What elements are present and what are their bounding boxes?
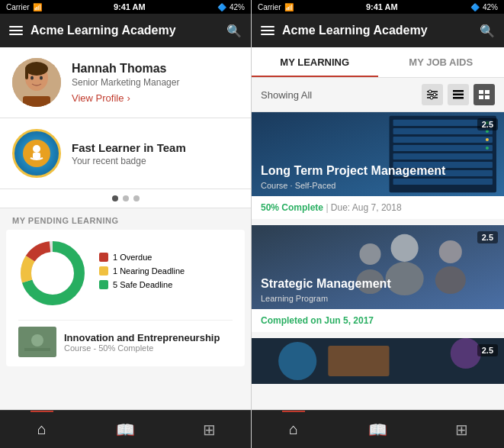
card-image-2: 2.5 [252,338,504,384]
badge-info: Fast Learner in Team Your recent badge [72,141,239,166]
nearing-label: 1 Nearing Deadline [113,266,185,276]
card-title-1: Strategic Management [261,277,495,291]
pending-course-item[interactable]: Innovation and Entrepreneurship Course -… [18,320,233,357]
menu-button-right[interactable] [261,26,274,35]
nav-learn-right[interactable]: 📖 [335,411,419,448]
svg-rect-37 [393,153,493,160]
nearing-dot [99,266,108,276]
svg-point-47 [391,234,419,262]
header-left: Acme Learning Academy 🔍 [0,14,251,47]
safe-dot [99,280,108,289]
svg-rect-24 [453,94,464,96]
pending-course-name: Innovation and Entrepreneurship [64,332,220,343]
svg-point-22 [430,96,433,99]
svg-point-15 [31,334,43,346]
svg-rect-23 [453,90,464,92]
bottom-nav-left: ⌂ 📖 ⊞ [0,410,251,448]
svg-rect-4 [25,69,28,79]
dot-1[interactable] [112,195,118,201]
bluetooth-icon-right: 🔷 [470,3,480,11]
overdue-dot [99,253,108,262]
book-icon-right: 📖 [368,421,387,439]
svg-rect-35 [393,137,493,143]
nav-grid-left[interactable]: ⊞ [167,411,251,448]
svg-rect-36 [393,145,493,151]
nav-home-right[interactable]: ⌂ [252,411,335,448]
badge-title: Fast Learner in Team [72,141,239,154]
svg-rect-7 [23,96,50,107]
donut-chart [18,239,87,308]
card-status-0: 50% Complete | Due: Aug 7, 2018 [252,196,504,219]
pending-course-info: Innovation and Entrepreneurship Course -… [64,332,220,353]
grid-icon-right: ⊞ [455,421,468,439]
card-badge-1: 2.5 [477,231,498,243]
overdue-label: 1 Overdue [113,253,152,262]
chart-area: 1 Overdue 1 Nearing Deadline 5 Safe Dead… [18,239,233,314]
app-title-right: Acme Learning Academy [282,24,472,37]
legend-safe: 5 Safe Deadline [99,280,185,289]
svg-rect-26 [479,90,483,94]
menu-button-left[interactable] [9,26,23,35]
avatar [12,58,61,107]
card-type-0: Course · Self-Paced [261,181,335,190]
legend-nearing: 1 Nearing Deadline [99,266,185,276]
filter-bar: Showing All [252,78,504,112]
right-panel: Carrier 📶 9:41 AM 🔷 42% Acme Learning Ac… [252,0,504,448]
pending-section: MY PENDING LEARNING [0,208,251,410]
badge-section: Fast Learner in Team Your recent badge [0,118,251,189]
tabs-bar: MY LEARNING MY JOB AIDS [252,47,504,78]
wifi-icon-right: 📶 [284,3,294,11]
grid-icon-left: ⊞ [203,421,216,439]
svg-rect-9 [33,153,40,159]
svg-rect-16 [24,348,50,351]
svg-rect-56 [328,346,389,376]
filter-adjust-button[interactable] [422,84,443,105]
tab-my-learning[interactable]: MY LEARNING [252,47,378,77]
status-bar-right: Carrier 📶 9:41 AM 🔷 42% [252,0,504,14]
left-panel: Carrier 📶 9:41 AM 🔷 42% Acme Learning Ac… [0,0,252,448]
course-card-0[interactable]: 2.5 Long Term Project Management Course … [252,112,504,219]
course-card-2[interactable]: 2.5 [252,338,504,384]
badge-subtitle: Your recent badge [72,156,239,166]
bluetooth-icon: 🔷 [217,3,226,11]
search-button-left[interactable]: 🔍 [226,24,242,38]
app-title-left: Acme Learning Academy [30,24,219,37]
card-image-0: 2.5 Long Term Project Management Course … [252,112,504,196]
pending-course-meta: Course - 50% Complete [64,343,220,353]
home-icon-right: ⌂ [289,421,298,438]
svg-rect-40 [393,179,493,185]
filter-icons [422,84,495,105]
svg-point-44 [486,147,489,150]
grid-view-button[interactable] [474,84,495,105]
course-card-1[interactable]: 2.5 Strategic Management Learning Progra… [252,225,504,332]
profile-info: Hannah Thomas Senior Marketing Manager V… [72,62,239,104]
svg-point-6 [40,76,43,80]
svg-point-54 [278,342,316,380]
time-right: 9:41 AM [366,2,398,11]
nav-learn-left[interactable]: 📖 [84,411,168,448]
list-view-button[interactable] [448,84,469,105]
pending-card: 1 Overdue 1 Nearing Deadline 5 Safe Dead… [6,230,245,366]
tab-my-job-aids[interactable]: MY JOB AIDS [378,47,505,77]
card-badge-0: 2.5 [477,118,498,131]
book-icon-left: 📖 [116,421,135,439]
dot-2[interactable] [123,195,129,201]
card-image-1: 2.5 Strategic Management Learning Progra… [252,225,504,309]
carrier-left: Carrier [6,3,30,11]
svg-rect-27 [485,90,490,94]
dot-3[interactable] [133,195,140,201]
svg-point-51 [359,243,380,265]
nav-home-left[interactable]: ⌂ [0,411,84,448]
svg-point-8 [33,145,40,153]
card-status-1: Completed on Jun 5, 2017 [252,309,504,332]
carrier-right: Carrier [258,3,281,11]
profile-section: Hannah Thomas Senior Marketing Manager V… [0,47,251,118]
legend-overdue: 1 Overdue [99,253,185,262]
view-profile-link[interactable]: View Profile › [72,92,239,104]
battery-right: 42% [483,3,498,11]
time-left: 9:41 AM [114,2,146,11]
svg-point-43 [486,138,489,141]
card-type-1: Learning Program [261,294,328,303]
search-button-right[interactable]: 🔍 [480,24,495,38]
nav-grid-right[interactable]: ⊞ [420,411,504,448]
